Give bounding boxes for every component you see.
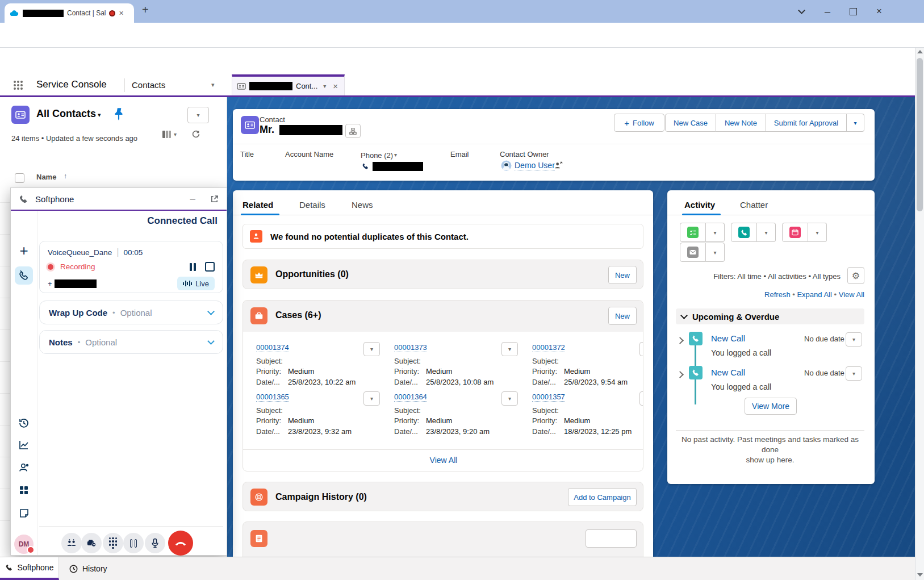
- transfer-button[interactable]: [81, 533, 102, 553]
- expand-item-icon[interactable]: [678, 335, 683, 345]
- opportunities-title[interactable]: Opportunities (0): [275, 269, 349, 279]
- wrap-up-code-section[interactable]: Wrap Up Code • Optional: [39, 301, 223, 324]
- utility-tab-history[interactable]: History: [59, 557, 118, 580]
- mute-button[interactable]: [145, 533, 165, 553]
- case-number-link[interactable]: 00001372: [532, 343, 565, 352]
- cases-view-all-link[interactable]: View All: [243, 456, 643, 465]
- list-view-selector-icon[interactable]: ▾: [98, 111, 101, 119]
- partial-card-button[interactable]: [586, 529, 637, 548]
- scroll-down-arrow[interactable]: [917, 573, 923, 577]
- new-call-plus-icon[interactable]: +: [17, 244, 31, 257]
- new-task-button[interactable]: [680, 223, 706, 242]
- apps-grid-icon[interactable]: [17, 483, 31, 497]
- window-maximize-button[interactable]: [841, 0, 865, 23]
- activity-settings-button[interactable]: ⚙: [847, 267, 864, 284]
- pause-recording-icon[interactable]: [190, 263, 196, 271]
- expand-all-link[interactable]: Expand All: [797, 290, 831, 299]
- log-call-button[interactable]: [731, 223, 757, 242]
- view-all-link[interactable]: View All: [839, 290, 864, 299]
- list-refresh-icon[interactable]: [191, 129, 201, 141]
- case-actions-button[interactable]: ▾: [363, 391, 380, 406]
- case-number-link[interactable]: 00001357: [532, 393, 565, 402]
- more-actions-dropdown-button[interactable]: ▾: [847, 114, 864, 132]
- phone-tab-active[interactable]: [15, 266, 33, 285]
- email-dropdown-button[interactable]: ▾: [706, 243, 725, 262]
- tab-related[interactable]: Related: [243, 200, 273, 210]
- new-task-dropdown-button[interactable]: ▾: [706, 223, 725, 242]
- submit-for-approval-button[interactable]: Submit for Approval: [766, 114, 847, 132]
- tab-news[interactable]: News: [352, 200, 373, 210]
- contacts-icon[interactable]: [17, 461, 31, 474]
- analytics-icon[interactable]: [17, 438, 31, 452]
- tab-details[interactable]: Details: [299, 200, 325, 210]
- refresh-link[interactable]: Refresh: [764, 290, 791, 299]
- change-owner-icon[interactable]: [554, 161, 563, 172]
- browser-scrollbar[interactable]: [915, 48, 924, 580]
- display-as-icon[interactable]: ▾: [162, 130, 177, 139]
- new-event-dropdown-button[interactable]: ▾: [808, 223, 827, 242]
- follow-button[interactable]: + Follow: [614, 114, 664, 132]
- case-number-link[interactable]: 00001365: [256, 393, 289, 402]
- view-hierarchy-button[interactable]: [345, 124, 361, 138]
- case-number-link[interactable]: 00001373: [394, 343, 427, 352]
- window-minimize-button[interactable]: –: [816, 0, 839, 23]
- select-all-checkbox[interactable]: [15, 173, 24, 183]
- live-badge[interactable]: Live: [177, 277, 215, 290]
- tab-chatter[interactable]: Chatter: [740, 200, 768, 210]
- case-actions-button[interactable]: ▾: [639, 391, 643, 406]
- window-close-button[interactable]: ×: [867, 0, 891, 23]
- app-launcher-waffle-icon[interactable]: [14, 81, 23, 90]
- tab-close-icon[interactable]: ×: [119, 9, 123, 18]
- notes-icon[interactable]: [17, 506, 31, 520]
- scroll-up-arrow[interactable]: [917, 50, 923, 53]
- utility-tab-softphone[interactable]: Softphone: [0, 557, 59, 580]
- expand-wrap-up-icon[interactable]: [207, 308, 215, 315]
- case-number-link[interactable]: 00001364: [394, 393, 427, 402]
- call-notes-section[interactable]: Notes • Optional: [39, 330, 223, 354]
- subtab-dropdown-icon[interactable]: ▾: [323, 83, 326, 89]
- browser-tab[interactable]: Contact | Sal ×: [5, 3, 134, 23]
- pin-icon[interactable]: [112, 107, 125, 124]
- owner-link[interactable]: Demo User: [515, 161, 555, 170]
- conference-button[interactable]: [61, 533, 82, 553]
- case-number-link[interactable]: 00001374: [256, 343, 289, 352]
- workspace-subtab-contact[interactable]: Cont... ▾ ×: [232, 74, 345, 95]
- cases-title[interactable]: Cases (6+): [275, 310, 321, 320]
- case-actions-button[interactable]: ▾: [639, 342, 643, 356]
- activity-actions-button[interactable]: ▾: [846, 366, 862, 381]
- dialpad-button[interactable]: [103, 533, 123, 553]
- tab-activity[interactable]: Activity: [684, 200, 715, 210]
- new-case-button[interactable]: New Case: [665, 114, 716, 132]
- campaign-history-title[interactable]: Campaign History (0): [275, 492, 367, 502]
- case-actions-button[interactable]: ▾: [501, 342, 518, 356]
- minimize-icon[interactable]: –: [190, 193, 195, 205]
- list-view-controls-button[interactable]: ▾: [187, 107, 209, 123]
- new-note-button[interactable]: New Note: [716, 114, 766, 132]
- hold-button[interactable]: [123, 533, 144, 553]
- nav-tab-contacts-dropdown-icon[interactable]: ▾: [211, 81, 215, 89]
- activity-title-link[interactable]: New Call: [711, 368, 745, 377]
- upcoming-overdue-header[interactable]: Upcoming & Overdue: [676, 308, 864, 324]
- activity-title-link[interactable]: New Call: [711, 333, 745, 343]
- nav-tab-contacts[interactable]: Contacts: [132, 80, 165, 90]
- subtab-close-icon[interactable]: ×: [333, 81, 338, 91]
- expand-item-icon[interactable]: [678, 369, 683, 379]
- phone-dropdown-icon[interactable]: ▾: [394, 152, 397, 158]
- expand-notes-icon[interactable]: [207, 337, 215, 345]
- case-actions-button[interactable]: ▾: [363, 342, 380, 356]
- event-button[interactable]: [782, 223, 808, 242]
- email-button[interactable]: [680, 243, 706, 262]
- history-icon[interactable]: [17, 416, 31, 430]
- opportunities-new-button[interactable]: New: [608, 266, 637, 284]
- activity-actions-button[interactable]: ▾: [846, 332, 862, 347]
- cases-new-button[interactable]: New: [608, 307, 637, 325]
- agent-avatar[interactable]: DM: [14, 535, 34, 554]
- scrollbar-thumb[interactable]: [917, 58, 923, 211]
- name-column-header[interactable]: Name: [36, 173, 56, 181]
- end-call-button[interactable]: [168, 531, 193, 556]
- view-more-button[interactable]: View More: [745, 398, 797, 415]
- window-menu-button[interactable]: [789, 0, 813, 23]
- log-call-dropdown-button[interactable]: ▾: [757, 223, 776, 242]
- popout-icon[interactable]: [210, 195, 219, 203]
- stop-recording-icon[interactable]: [205, 262, 215, 272]
